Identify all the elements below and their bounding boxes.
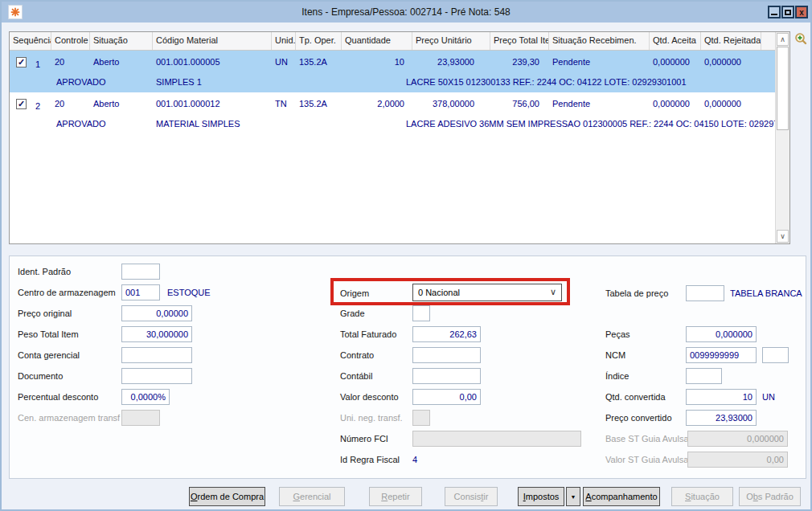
window-title: Itens - Empresa/Pessoa: 002714 - Pré Not… xyxy=(2,6,810,18)
numero-fci-label: Número FCI xyxy=(340,431,388,447)
preco-convertido-field[interactable]: 23,93000 xyxy=(686,410,757,426)
chevron-up-icon: ∧ xyxy=(780,35,785,43)
scrollbar-thumb[interactable] xyxy=(777,47,789,130)
check-icon: ✓ xyxy=(18,58,25,67)
maximize-icon xyxy=(785,10,791,15)
row-checkbox[interactable]: ✓ xyxy=(16,57,27,67)
cen-armazenagem-transf-label: Cen. armazenagem transf xyxy=(18,410,120,426)
tabela-preco-field[interactable] xyxy=(686,285,724,301)
dropdown-arrow-icon: ▼ xyxy=(571,494,576,500)
pecas-field[interactable]: 0,000000 xyxy=(686,326,757,342)
ident-padrao-field[interactable] xyxy=(121,264,160,280)
cell-preco-total-item: 239,30 xyxy=(490,57,549,67)
cell-aprovacao: APROVADO xyxy=(56,119,106,129)
percentual-desconto-label: Percentual desconto xyxy=(18,389,98,405)
cell-tp-oper: 135.2A xyxy=(296,57,342,67)
col-header-tp-oper[interactable]: Tp. Oper. xyxy=(296,32,342,50)
contrato-field[interactable] xyxy=(412,347,481,363)
items-grid: Sequência Controle Situação Código Mater… xyxy=(9,31,790,244)
magnifier-plus-icon xyxy=(794,32,808,47)
scroll-up-button[interactable]: ∧ xyxy=(777,33,789,46)
id-regra-fiscal-value: 4 xyxy=(412,452,417,468)
zoom-search-button[interactable] xyxy=(794,32,808,47)
qtd-convertida-label: Qtd. convertida xyxy=(605,389,666,405)
close-button[interactable]: x xyxy=(795,6,808,18)
consistir-button: Consistir xyxy=(445,487,498,506)
centro-armazenagem-descricao: ESTOQUE xyxy=(167,284,211,300)
qtd-convertida-unidade: UN xyxy=(762,389,775,405)
conta-gerencial-field[interactable] xyxy=(121,347,192,363)
cell-situacao: Aberto xyxy=(90,99,153,108)
cell-unid: TN xyxy=(272,99,296,108)
contrato-label: Contrato xyxy=(340,347,374,363)
impostos-dropdown-button[interactable]: ▼ xyxy=(566,487,580,506)
grade-field[interactable] xyxy=(412,305,430,321)
centro-armazenagem-field[interactable]: 001 xyxy=(121,284,160,300)
documento-field[interactable] xyxy=(121,368,192,384)
cell-qtd-rejeitada: 0,000000 xyxy=(701,99,761,108)
cell-qtd-rejeitada: 0,000000 xyxy=(701,57,761,67)
col-header-sequencia[interactable]: Sequência xyxy=(10,32,51,50)
table-row[interactable]: ✓ 1 20 Aberto 001.001.000005 UN 135.2A 1… xyxy=(10,51,776,92)
base-st-guia-avulsa-label: Base ST Guia Avulsa xyxy=(605,431,689,447)
grid-vertical-scrollbar[interactable]: ∧ ∨ xyxy=(775,32,789,243)
repetir-button: Repetir xyxy=(369,487,422,506)
ncm-field[interactable]: 0099999999 xyxy=(686,347,757,363)
cell-sequencia: 2 xyxy=(35,101,40,111)
col-header-qtd-aceita[interactable]: Qtd. Aceita xyxy=(650,32,701,50)
indice-label: Índice xyxy=(605,368,629,384)
ncm-ex-field[interactable] xyxy=(762,347,789,363)
indice-field[interactable] xyxy=(686,368,722,384)
cell-preco-total-item: 756,00 xyxy=(490,99,549,108)
cell-quantidade: 10 xyxy=(342,57,412,67)
scroll-down-button[interactable]: ∨ xyxy=(777,230,789,243)
col-header-unid[interactable]: Unid. xyxy=(272,32,296,50)
cell-material-descricao: SIMPLES 1 xyxy=(156,77,202,87)
table-row[interactable]: ✓ 2 20 Aberto 001.001.000012 TN 135.2A 2… xyxy=(10,92,776,134)
minimize-button[interactable] xyxy=(768,6,781,18)
cell-aprovacao: APROVADO xyxy=(56,77,106,87)
origem-select[interactable]: 0 Nacional ∨ xyxy=(412,284,562,301)
total-faturado-field[interactable]: 262,63 xyxy=(412,326,481,342)
contabil-field[interactable] xyxy=(412,368,481,384)
preco-original-field[interactable]: 0,00000 xyxy=(121,305,192,321)
col-header-codigo-material[interactable]: Código Material xyxy=(153,32,272,50)
acompanhamento-button[interactable]: Acompanhamento xyxy=(583,487,660,506)
col-header-preco-total-item[interactable]: Preço Total Item xyxy=(490,32,549,50)
valor-desconto-field[interactable]: 0,00 xyxy=(412,389,481,405)
qtd-convertida-field[interactable]: 10 xyxy=(686,389,757,405)
col-header-preco-unitario[interactable]: Preço Unitário xyxy=(412,32,490,50)
col-header-filler xyxy=(761,32,776,50)
col-header-situacao-recebimento[interactable]: Situação Recebimen. xyxy=(549,32,650,50)
ordem-de-compra-button[interactable]: Ordem de Compra xyxy=(189,487,265,506)
chevron-down-icon: ∨ xyxy=(780,232,785,240)
impostos-button[interactable]: Impostos xyxy=(518,487,564,506)
minimize-icon xyxy=(771,14,777,15)
ncm-label: NCM xyxy=(605,347,625,363)
origem-selected-value: 0 Nacional xyxy=(418,288,460,297)
centro-armazenagem-label: Centro de armazenagem xyxy=(18,284,116,300)
col-header-controle[interactable]: Controle xyxy=(51,32,90,50)
valor-desconto-label: Valor desconto xyxy=(340,389,399,405)
item-detail-form: Ident. Padrão Centro de armazenagem 001 … xyxy=(9,256,806,479)
cell-codigo-material: 001.001.000012 xyxy=(153,99,272,108)
col-header-situacao[interactable]: Situação xyxy=(90,32,153,50)
documento-label: Documento xyxy=(18,368,63,384)
gerencial-button: Gerencial xyxy=(279,487,345,506)
row-checkbox[interactable]: ✓ xyxy=(16,99,27,109)
col-header-quantidade[interactable]: Quantidade xyxy=(342,32,412,50)
valor-st-guia-avulsa-label: Valor ST Guia Avulsa xyxy=(605,452,688,468)
origem-label: Origem xyxy=(340,285,369,301)
col-header-qtd-rejeitada[interactable]: Qtd. Rejeitada xyxy=(701,32,761,50)
conta-gerencial-label: Conta gerencial xyxy=(18,347,80,363)
peso-total-item-field[interactable]: 30,000000 xyxy=(121,326,192,342)
uni-neg-transf-field xyxy=(412,410,430,426)
cell-preco-unitario: 378,00000 xyxy=(412,99,490,108)
cell-controle: 20 xyxy=(51,99,90,108)
uni-neg-transf-label: Uni. neg. transf. xyxy=(340,410,403,426)
maximize-button[interactable] xyxy=(781,6,794,18)
total-faturado-label: Total Faturado xyxy=(340,326,396,342)
cell-quantidade: 2,0000 xyxy=(342,99,412,108)
percentual-desconto-field[interactable]: 0,0000% xyxy=(121,389,170,405)
tabela-preco-label: Tabela de preço xyxy=(605,285,668,301)
